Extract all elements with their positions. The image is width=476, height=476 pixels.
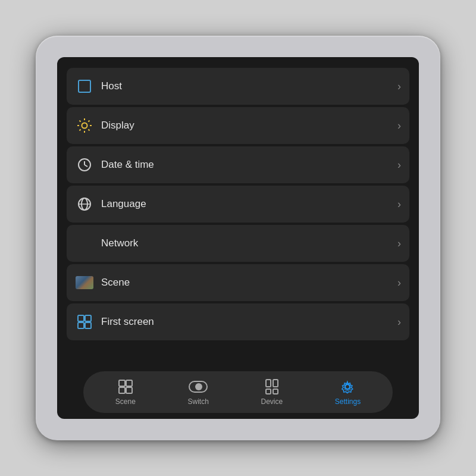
bottom-nav: Scene Switch: [57, 365, 419, 419]
svg-rect-20: [119, 380, 125, 386]
datetime-label: Date & time: [101, 159, 393, 171]
datetime-arrow: ›: [397, 159, 401, 171]
menu-item-datetime[interactable]: Date & time ›: [67, 146, 409, 183]
svg-line-9: [80, 129, 81, 130]
svg-rect-21: [126, 380, 132, 386]
device-nav-icon: [264, 378, 280, 395]
nav-pill: Scene Switch: [83, 371, 393, 413]
host-icon: [75, 77, 94, 96]
language-label: Language: [101, 198, 393, 210]
menu-item-language[interactable]: Language ›: [67, 186, 409, 223]
menu-area: Host ›: [57, 57, 419, 365]
firstscreen-icon: [75, 312, 94, 331]
host-arrow: ›: [397, 80, 401, 93]
display-arrow: ›: [397, 120, 401, 132]
menu-item-scene[interactable]: Scene ›: [67, 264, 409, 301]
nav-item-device[interactable]: Device: [251, 375, 292, 409]
firstscreen-label: First screen: [101, 316, 393, 328]
network-label: Network: [101, 237, 393, 249]
scene-nav-icon: [117, 378, 134, 395]
language-icon: [75, 195, 94, 214]
settings-nav-label: Settings: [335, 397, 361, 406]
device-nav-label: Device: [261, 397, 283, 406]
display-label: Display: [101, 120, 393, 131]
language-arrow: ›: [397, 198, 401, 211]
svg-rect-16: [78, 315, 84, 321]
network-arrow: ›: [397, 237, 401, 250]
svg-rect-22: [119, 387, 125, 393]
device-screen: Host ›: [57, 57, 419, 419]
menu-item-host[interactable]: Host ›: [67, 68, 409, 105]
switch-nav-icon: [190, 378, 206, 395]
svg-line-12: [84, 165, 87, 167]
svg-rect-19: [85, 322, 91, 328]
datetime-icon: [75, 155, 94, 174]
host-label: Host: [101, 80, 393, 92]
svg-line-7: [88, 129, 89, 130]
network-icon: [75, 234, 94, 253]
svg-line-8: [88, 121, 89, 122]
firstscreen-arrow: ›: [397, 316, 401, 328]
svg-rect-17: [85, 315, 91, 321]
menu-item-display[interactable]: Display ›: [67, 107, 409, 144]
svg-rect-23: [126, 387, 132, 393]
settings-nav-icon: [339, 378, 356, 395]
svg-rect-0: [79, 80, 90, 92]
svg-point-25: [195, 383, 202, 390]
svg-rect-28: [266, 389, 271, 394]
svg-rect-26: [266, 380, 271, 387]
svg-point-1: [82, 123, 87, 129]
svg-rect-18: [78, 322, 84, 328]
scene-arrow: ›: [397, 277, 401, 289]
nav-item-scene[interactable]: Scene: [106, 375, 145, 409]
scene-label: Scene: [101, 277, 393, 289]
svg-rect-27: [273, 380, 278, 387]
svg-line-6: [80, 121, 81, 122]
menu-item-firstscreen[interactable]: First screen ›: [67, 303, 409, 340]
svg-rect-29: [273, 389, 278, 394]
device-outer: Host ›: [36, 36, 440, 440]
display-icon: [75, 116, 94, 135]
menu-item-network[interactable]: Network ›: [67, 225, 409, 262]
scene-icon: [75, 273, 94, 292]
nav-item-settings[interactable]: Settings: [325, 375, 370, 409]
nav-item-switch[interactable]: Switch: [178, 375, 218, 409]
scene-nav-label: Scene: [115, 397, 136, 406]
switch-nav-label: Switch: [187, 397, 208, 406]
